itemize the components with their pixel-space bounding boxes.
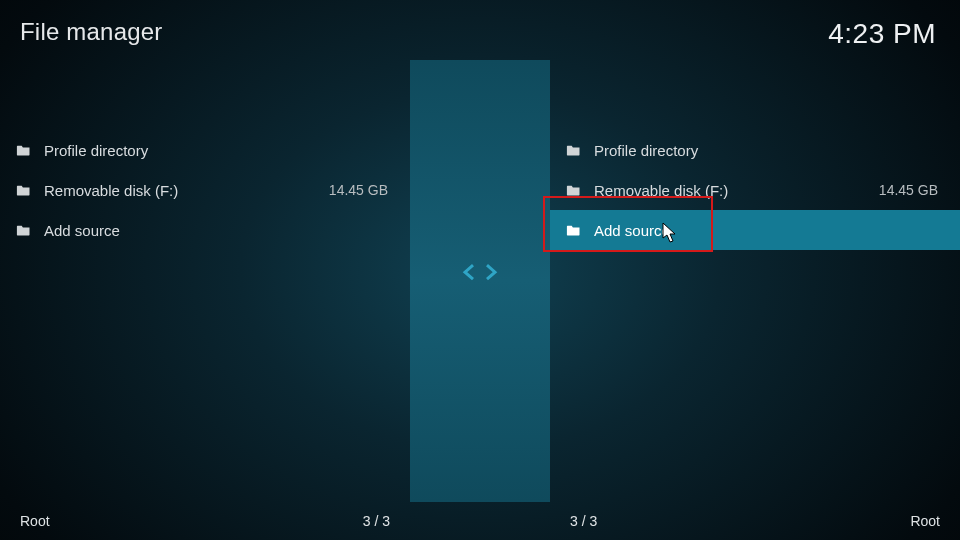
item-label: Profile directory [594, 142, 938, 159]
folder-icon [16, 184, 34, 196]
left-file-list: Profile directory Removable disk (F:) 14… [0, 130, 410, 250]
folder-icon [566, 144, 584, 156]
folder-icon [16, 144, 34, 156]
main-area: Profile directory Removable disk (F:) 14… [0, 60, 960, 502]
item-label: Removable disk (F:) [594, 182, 879, 199]
list-item-add-source[interactable]: Add source [0, 210, 410, 250]
right-pane: Profile directory Removable disk (F:) 14… [550, 60, 960, 502]
right-count: 3 / 3 [570, 513, 597, 529]
transfer-arrows-icon [460, 257, 500, 291]
item-size: 14.45 GB [879, 182, 938, 198]
left-count: 3 / 3 [363, 513, 390, 529]
item-size: 14.45 GB [329, 182, 388, 198]
header-bar: File manager 4:23 PM [0, 0, 960, 60]
item-label: Removable disk (F:) [44, 182, 329, 199]
footer-divider [410, 502, 550, 540]
left-footer: Root 3 / 3 [0, 502, 410, 540]
left-pane: Profile directory Removable disk (F:) 14… [0, 60, 410, 502]
center-divider [410, 60, 550, 502]
right-footer: 3 / 3 Root [550, 502, 960, 540]
list-item[interactable]: Removable disk (F:) 14.45 GB [550, 170, 960, 210]
folder-icon [566, 224, 584, 236]
list-item[interactable]: Removable disk (F:) 14.45 GB [0, 170, 410, 210]
folder-icon [16, 224, 34, 236]
folder-icon [566, 184, 584, 196]
item-label: Add source [594, 222, 938, 239]
clock: 4:23 PM [828, 18, 936, 50]
item-label: Add source [44, 222, 388, 239]
list-item-add-source[interactable]: Add source [550, 210, 960, 250]
right-file-list: Profile directory Removable disk (F:) 14… [550, 130, 960, 250]
page-title: File manager [20, 18, 162, 46]
left-path: Root [20, 513, 50, 529]
footer-bar: Root 3 / 3 3 / 3 Root [0, 502, 960, 540]
right-path: Root [910, 513, 940, 529]
list-item[interactable]: Profile directory [550, 130, 960, 170]
item-label: Profile directory [44, 142, 388, 159]
list-item[interactable]: Profile directory [0, 130, 410, 170]
